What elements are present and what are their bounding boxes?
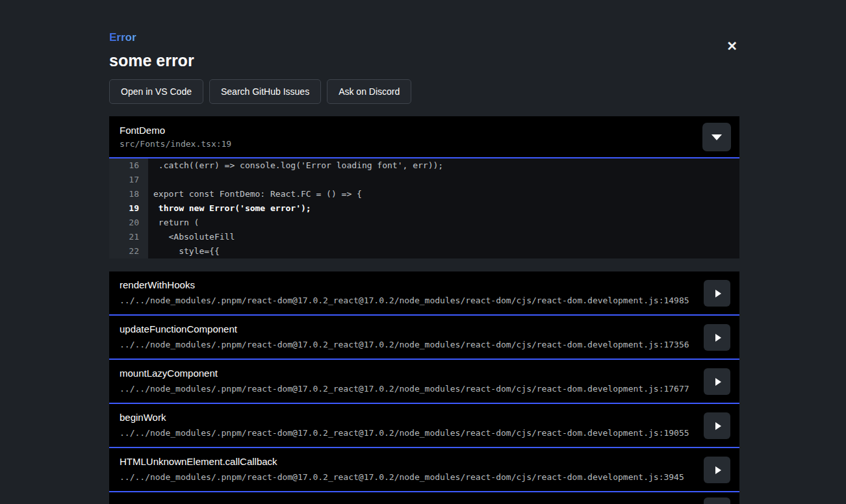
function-name: renderWithHooks <box>120 279 729 291</box>
code-line: 16 .catch((err) => console.log('Error lo… <box>109 158 739 173</box>
error-type-label: Error <box>109 31 136 44</box>
code-text: style={{ <box>148 244 739 258</box>
code-line: 20 return ( <box>109 216 739 230</box>
stack-frame-row: HTMLUnknownElement.callCallback ../../no… <box>109 448 739 492</box>
play-icon <box>715 334 721 342</box>
error-content: Error some error Open in VS Code Search … <box>109 0 741 504</box>
source-path: ../../node_modules/.pnpm/react-dom@17.0.… <box>120 428 729 438</box>
stack-frame-row: mountLazyComponent ../../node_modules/.p… <box>109 360 739 404</box>
function-name: mountLazyComponent <box>120 368 729 379</box>
action-buttons: Open in VS Code Search GitHub Issues Ask… <box>109 79 741 104</box>
code-line: 19 throw new Error('some error'); <box>109 201 739 216</box>
code-snippet: 16 .catch((err) => console.log('Error lo… <box>109 158 739 258</box>
code-line: 21 <AbsoluteFill <box>109 230 739 244</box>
play-icon <box>715 422 721 430</box>
source-path: ../../node_modules/.pnpm/react-dom@17.0.… <box>120 296 729 305</box>
source-path: ../../node_modules/.pnpm/react-dom@17.0.… <box>120 384 729 394</box>
open-frame-button[interactable] <box>704 412 730 439</box>
line-number: 18 <box>109 187 148 201</box>
play-icon <box>715 290 721 297</box>
play-icon <box>715 466 721 474</box>
code-text: throw new Error('some error'); <box>148 201 739 216</box>
open-frame-button[interactable] <box>704 498 730 504</box>
source-path: ../../node_modules/.pnpm/react-dom@17.0.… <box>120 340 729 349</box>
code-line: 17 <box>109 173 739 187</box>
stack-frame-row: updateFunctionComponent ../../node_modul… <box>109 316 739 360</box>
stack-frame-row: beginWork ../../node_modules/.pnpm/react… <box>109 404 739 448</box>
code-frame-header[interactable]: FontDemo src/Fonts/index.tsx:19 <box>109 116 739 157</box>
stack-trace-list: renderWithHooks ../../node_modules/.pnpm… <box>109 271 739 504</box>
open-frame-button[interactable] <box>704 457 730 483</box>
code-text: .catch((err) => console.log('Error loadi… <box>148 158 739 173</box>
file-location: src/Fonts/index.tsx:19 <box>120 139 729 149</box>
code-text: return ( <box>148 216 739 230</box>
open-frame-button[interactable] <box>704 368 730 395</box>
stack-frame-row-partial <box>109 492 739 504</box>
component-name: FontDemo <box>120 125 729 136</box>
code-line: 22 style={{ <box>109 244 739 258</box>
ask-on-discord-button[interactable]: Ask on Discord <box>327 79 411 104</box>
line-number: 16 <box>109 158 148 173</box>
code-text <box>148 173 739 187</box>
stack-frame-row: renderWithHooks ../../node_modules/.pnpm… <box>109 271 739 316</box>
function-name: beginWork <box>120 412 729 423</box>
line-number: 21 <box>109 230 148 244</box>
error-message: some error <box>109 51 741 69</box>
caret-down-icon <box>711 134 722 140</box>
line-number: 22 <box>109 244 148 258</box>
source-path: ../../node_modules/.pnpm/react-dom@17.0.… <box>120 472 729 482</box>
code-text: <AbsoluteFill <box>148 230 739 244</box>
code-text: export const FontDemo: React.FC = () => … <box>148 187 739 201</box>
line-number: 19 <box>109 201 148 216</box>
error-overlay: ✕ Error some error Open in VS Code Searc… <box>0 0 846 504</box>
function-name: HTMLUnknownElement.callCallback <box>120 456 729 468</box>
function-name: updateFunctionComponent <box>120 323 729 335</box>
code-frame: FontDemo src/Fonts/index.tsx:19 16 .catc… <box>109 116 739 258</box>
open-frame-button[interactable] <box>704 324 730 351</box>
collapse-stack-button[interactable] <box>702 123 731 151</box>
search-github-issues-button[interactable]: Search GitHub Issues <box>209 79 321 104</box>
play-icon <box>715 378 721 386</box>
open-frame-button[interactable] <box>704 280 730 307</box>
line-number: 20 <box>109 216 148 230</box>
open-in-vs-code-button[interactable]: Open in VS Code <box>109 79 203 104</box>
code-line: 18 export const FontDemo: React.FC = () … <box>109 187 739 201</box>
line-number: 17 <box>109 173 148 187</box>
